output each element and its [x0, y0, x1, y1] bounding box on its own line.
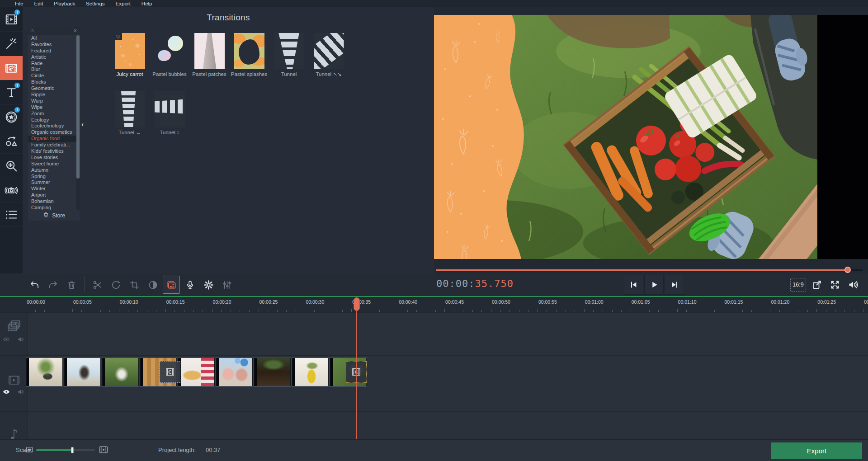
- transition-thumbnail-pastel-patches[interactable]: [194, 33, 225, 69]
- zoom-out-film-icon[interactable]: [25, 446, 33, 454]
- trash-button[interactable]: [63, 276, 80, 294]
- transition-card[interactable]: ♡Juicy carrot: [110, 33, 150, 77]
- rail-item-titles[interactable]: !: [0, 80, 23, 105]
- seek-handle[interactable]: [844, 267, 851, 273]
- photo-button[interactable]: [163, 276, 180, 294]
- category-sweet-home[interactable]: Sweet home: [28, 161, 80, 167]
- rail-item-stabilization[interactable]: [0, 178, 23, 202]
- category-all[interactable]: All: [28, 35, 80, 42]
- overlay-eye-icon[interactable]: [2, 336, 11, 343]
- rail-item-stickers[interactable]: !: [0, 105, 23, 129]
- menu-help[interactable]: Help: [142, 1, 152, 6]
- category-family-celebrati-[interactable]: Family celebrati...: [28, 142, 80, 148]
- timeline-clip-yellow-vase[interactable]: [292, 357, 329, 387]
- undock-player-icon[interactable]: [809, 277, 824, 292]
- contrast-button[interactable]: [144, 276, 161, 294]
- transition-card[interactable]: Pastel splashes: [229, 33, 269, 77]
- playhead[interactable]: [356, 297, 357, 439]
- category-organic-cosmetics[interactable]: Organic cosmetics: [28, 129, 80, 136]
- category-wipe[interactable]: Wipe: [28, 104, 80, 111]
- category-summer[interactable]: Summer: [28, 179, 80, 186]
- transition-thumbnail-tunnel[interactable]: [274, 33, 304, 69]
- category-autumn[interactable]: Autumn: [28, 167, 80, 174]
- seek-bar[interactable]: [436, 267, 863, 273]
- timeline-clip-vase[interactable]: [26, 357, 63, 387]
- menu-edit[interactable]: Edit: [34, 1, 43, 6]
- transition-thumbnail-pastel-bubbles[interactable]: [155, 33, 185, 69]
- category-zoom[interactable]: Zoom: [28, 111, 80, 117]
- transition-thumbnail-tunnel-h[interactable]: [115, 91, 145, 127]
- rail-item-animation[interactable]: [0, 129, 23, 154]
- transition-thumbnail-pastel-splashes[interactable]: [234, 33, 264, 69]
- category-warp[interactable]: Warp: [28, 98, 80, 104]
- rotate-button[interactable]: [107, 276, 124, 294]
- category-artistic[interactable]: Artistic: [28, 54, 80, 61]
- timeline-clip-meditation-sky[interactable]: [64, 357, 101, 387]
- video-eye-icon[interactable]: [2, 388, 11, 395]
- rail-item-transitions[interactable]: [0, 56, 23, 80]
- volume-icon[interactable]: [845, 277, 860, 292]
- mic-button[interactable]: [181, 276, 198, 294]
- category-kids-festivities[interactable]: Kids' festivities: [28, 148, 80, 155]
- menu-playback[interactable]: Playback: [54, 1, 75, 6]
- rail-item-more-tools[interactable]: [0, 202, 23, 227]
- play-button[interactable]: [644, 275, 664, 295]
- category-camping[interactable]: Camping: [28, 205, 80, 210]
- rail-item-media[interactable]: !: [0, 7, 23, 32]
- category-geometric[interactable]: Geometric: [28, 85, 80, 92]
- video-mute-icon[interactable]: [17, 388, 25, 396]
- category-featured[interactable]: Featured: [28, 48, 80, 54]
- transition-card[interactable]: Tunnel ↖↘: [309, 33, 349, 77]
- transition-card[interactable]: Pastel patches: [189, 33, 229, 77]
- transition-on-timeline[interactable]: [160, 361, 180, 383]
- transition-thumbnail-tunnel-v[interactable]: [155, 91, 185, 127]
- undo-button[interactable]: [26, 276, 43, 294]
- scale-slider-handle[interactable]: [71, 447, 74, 453]
- timeline-clip-soil[interactable]: [254, 357, 291, 387]
- transition-card[interactable]: Tunnel: [269, 33, 309, 77]
- category-winter[interactable]: Winter: [28, 186, 80, 192]
- store-button[interactable]: Store: [28, 210, 80, 221]
- rail-item-pan-zoom[interactable]: [0, 154, 23, 178]
- menu-export[interactable]: Export: [116, 1, 131, 6]
- gear-button[interactable]: [200, 276, 217, 294]
- category-bohemian[interactable]: Bohemian: [28, 198, 80, 205]
- favorite-heart-icon[interactable]: ♡: [115, 33, 122, 40]
- fullscreen-icon[interactable]: [827, 277, 842, 292]
- category-airport[interactable]: Airport: [28, 192, 80, 198]
- category-blur[interactable]: Blur: [28, 66, 80, 73]
- timeline-clip-cake[interactable]: [178, 357, 215, 387]
- overlay-mute-icon[interactable]: [17, 335, 25, 343]
- category-organic-food[interactable]: Organic food: [28, 136, 80, 142]
- search-bar[interactable]: ×: [28, 26, 80, 35]
- search-input[interactable]: [35, 28, 72, 33]
- rail-item-filters[interactable]: [0, 32, 23, 56]
- category-ecology[interactable]: Ecology: [28, 117, 80, 123]
- cut-button[interactable]: [89, 276, 106, 294]
- next-frame-button[interactable]: [665, 275, 684, 295]
- category-favorites[interactable]: Favorites: [28, 42, 80, 48]
- previous-frame-button[interactable]: [624, 275, 643, 295]
- category-scrollbar[interactable]: [76, 35, 80, 210]
- category-ecotechnology[interactable]: Ecotechnology: [28, 123, 80, 129]
- timeline-clip-party[interactable]: [216, 357, 253, 387]
- mixer-button[interactable]: [218, 276, 236, 294]
- transition-card[interactable]: Pastel bubbles: [150, 33, 189, 77]
- category-love-stories[interactable]: Love stories: [28, 155, 80, 161]
- timeline-clip-meditation-forest[interactable]: [102, 357, 139, 387]
- transition-thumbnail-tunnel-diag[interactable]: [314, 33, 344, 69]
- aspect-ratio-button[interactable]: 16:9: [790, 278, 806, 292]
- transition-card[interactable]: Tunnel ↔: [110, 91, 150, 136]
- crop-button[interactable]: [126, 276, 143, 294]
- transition-thumbnail-juicy-carrot[interactable]: ♡: [115, 33, 145, 69]
- redo-button[interactable]: [44, 276, 61, 294]
- category-spring[interactable]: Spring: [28, 174, 80, 180]
- category-circle[interactable]: Circle: [28, 73, 80, 79]
- transition-card[interactable]: Tunnel ↕: [150, 91, 189, 136]
- category-blocks[interactable]: Blocks: [28, 79, 80, 85]
- category-ripple[interactable]: Ripple: [28, 92, 80, 98]
- timeline-scale-slider[interactable]: [36, 449, 95, 451]
- export-button[interactable]: Export: [771, 442, 862, 459]
- menu-settings[interactable]: Settings: [86, 1, 105, 6]
- zoom-in-film-icon[interactable]: [99, 445, 108, 455]
